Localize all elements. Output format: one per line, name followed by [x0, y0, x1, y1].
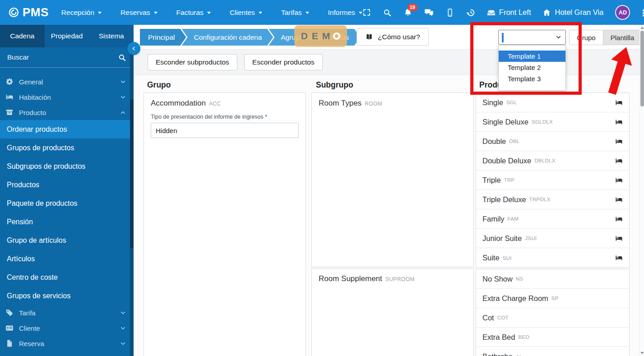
grupo-view-button[interactable]: Grupo [569, 30, 603, 45]
template-select[interactable] [498, 30, 566, 45]
chat-button[interactable] [424, 8, 434, 17]
product-row-double[interactable]: DoubleDBL [476, 132, 629, 151]
sidebar-scrollbar[interactable] [130, 47, 134, 356]
gears-icon [5, 78, 14, 86]
option-template-3[interactable]: Template 3 [499, 73, 565, 84]
option-template-1[interactable]: Template 1 [499, 51, 565, 62]
plantilla-view-button[interactable]: Plantilla [603, 30, 642, 45]
product-row-extra-charge-room[interactable]: Extra Charge RoomSP [476, 289, 629, 308]
box-icon [5, 108, 14, 116]
sidebar-item-ordenar-productos[interactable]: Ordenar productos [0, 120, 134, 139]
mobile-icon [445, 8, 454, 17]
notifications-button[interactable]: 19 [403, 8, 412, 17]
sidebar-group-reserva[interactable]: Reserva [0, 336, 134, 351]
product-row-double-deluxe[interactable]: Double DeluxeDBLDLX [476, 151, 629, 171]
page-scrollbar[interactable] [639, 25, 644, 356]
mobile-button[interactable] [445, 8, 454, 17]
sidebar-group-tarifa[interactable]: Tarifa [0, 305, 134, 320]
product-row-triple-deluxe[interactable]: Triple DeluxeTRPDLX [476, 190, 629, 209]
breadcrumb-configuracion-cadena[interactable]: Configuración cadena [181, 29, 273, 46]
bed-icon [615, 118, 623, 126]
product-row-suite[interactable]: SuiteSUI [476, 248, 629, 268]
product-row-single[interactable]: SingleSGL [476, 93, 629, 112]
chevron-down-icon [120, 94, 126, 101]
sidebar-item-paquete-de-productos[interactable]: Paquete de productos [0, 194, 134, 213]
tab-sistema[interactable]: Sistema [89, 25, 134, 47]
product-row-no-show[interactable]: No ShowNS [476, 269, 629, 289]
history-button[interactable] [466, 8, 475, 17]
sidebar-item-grupos-de-productos[interactable]: Grupos de productos [0, 139, 134, 157]
user-avatar[interactable]: AD [615, 5, 630, 20]
template-dropdown: Template 1 Template 2 Template 3 [498, 45, 566, 91]
how-to-use-label: ¿Cómo usar? [378, 33, 420, 41]
product-row-bathrobe[interactable]: BathrobeAL [476, 347, 629, 356]
sidebar-group-producto[interactable]: Producto [0, 105, 134, 120]
sidebar-item-subgrupos-de-productos[interactable]: Subgrupos de productos [0, 157, 134, 176]
option-template-2[interactable]: Template 2 [499, 62, 565, 73]
sidebar-item-articulos[interactable]: Artículos [0, 250, 134, 268]
product-row-junior-suite[interactable]: Junior SuiteJSUI [476, 229, 629, 248]
fullscreen-button[interactable] [362, 8, 371, 17]
notification-badge: 19 [408, 4, 417, 11]
subgroup-card-room-supplement[interactable]: Room SupplementSUPROOM [311, 268, 474, 356]
sidebar-group-habitacion[interactable]: Habitación [0, 89, 134, 105]
nav-menu-clientes[interactable]: Clientes [230, 9, 262, 17]
product-row-cot[interactable]: CotCOT [476, 308, 629, 328]
bed-icon [615, 215, 623, 223]
caret-down-icon [306, 12, 309, 14]
navbar-icon-group: 19 Front Left Hotel Gran Via AD [362, 5, 644, 20]
pms-application: PMS Recepción Reservas Facturas Clientes… [0, 0, 644, 356]
scroll-down-arrow[interactable] [640, 352, 644, 354]
sidebar-item-pension[interactable]: Pensión [0, 213, 134, 231]
page-scrollbar-thumb[interactable] [640, 31, 644, 106]
tab-cadena[interactable]: Cadena [0, 25, 45, 47]
search-button[interactable] [383, 8, 392, 17]
fullscreen-icon [362, 8, 371, 17]
subgroup-title: Room Supplement [319, 274, 382, 283]
nav-menu-label: Clientes [230, 9, 255, 17]
chevron-down-icon [120, 325, 126, 332]
product-row-triple[interactable]: TripleTRP [476, 171, 629, 190]
group-card-accommodation[interactable]: AccommodationACC Tipo de presentación de… [144, 92, 306, 356]
sidebar-item-grupo-de-articulos[interactable]: Grupo de artículos [0, 231, 134, 250]
apps-button[interactable] [642, 9, 644, 17]
revenue-report-presentation-select[interactable] [151, 123, 299, 138]
breadcrumb-principal[interactable]: Principal [140, 29, 186, 46]
app-logo[interactable]: PMS [0, 5, 61, 19]
group-card-title-row: AccommodationACC [151, 99, 299, 108]
bed-icon [615, 176, 623, 184]
main-menu: Recepción Reservas Facturas Clientes Tar… [61, 9, 362, 17]
property-selector[interactable]: Hotel Gran Via [542, 8, 603, 17]
subgroup-card-room-types[interactable]: Room TypesROOM [311, 92, 474, 267]
bed-icon [615, 235, 623, 242]
home-icon [542, 8, 551, 17]
brand-name: PMS [23, 5, 49, 19]
product-row-family[interactable]: FamilyFAM [476, 209, 629, 229]
nav-menu-reservas[interactable]: Reservas [120, 9, 157, 17]
sidebar-item-grupos-de-servicios[interactable]: Grupos de servicios [0, 287, 134, 305]
hide-products-button[interactable]: Esconder productos [244, 54, 323, 70]
scroll-up-arrow[interactable] [640, 27, 644, 29]
hide-subproducts-button[interactable]: Esconder subproductos [148, 54, 237, 70]
text-cursor [502, 33, 504, 42]
nav-menu-recepcion[interactable]: Recepción [61, 9, 102, 17]
chevron-down-icon [120, 310, 126, 316]
column-header-subgrupo: Subgrupo [316, 80, 353, 90]
sidebar-item-productos[interactable]: Productos [0, 176, 134, 194]
nav-menu-informes[interactable]: Informes [328, 9, 362, 17]
sidebar-collapse-button[interactable] [127, 42, 140, 55]
sidebar-item-centro-de-coste[interactable]: Centro de coste [0, 268, 134, 287]
nav-menu-tarifas[interactable]: Tarifas [281, 9, 309, 17]
product-list-room-supplement: No ShowNS Extra Charge RoomSP CotCOT Ext… [476, 269, 630, 356]
tab-propiedad[interactable]: Propiedad [45, 25, 89, 47]
workstation-selector[interactable]: Front Left [487, 8, 531, 17]
nav-menu-facturas[interactable]: Facturas [176, 9, 211, 17]
sidebar-search-input[interactable] [7, 53, 118, 61]
sidebar-scrollbar-thumb[interactable] [130, 99, 134, 248]
product-row-extra-bed[interactable]: Extra BedBED [476, 328, 629, 347]
how-to-use-button[interactable]: ¿Cómo usar? [357, 28, 429, 46]
sidebar-group-general[interactable]: General [0, 74, 134, 89]
group-title: Accommodation [151, 99, 206, 107]
product-row-single-deluxe[interactable]: Single DeluxeSGLDLX [476, 112, 629, 132]
sidebar-group-cliente[interactable]: Cliente [0, 320, 134, 336]
